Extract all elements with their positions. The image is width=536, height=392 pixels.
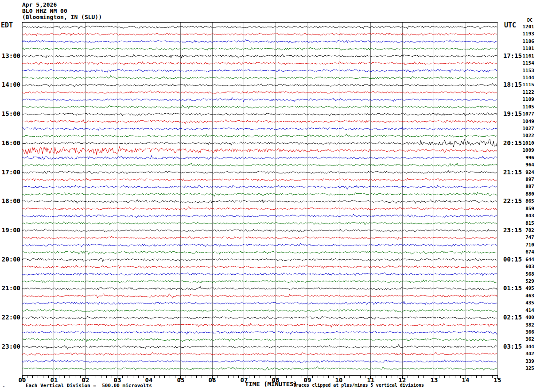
trace-row-11 [22,105,497,108]
trace-row-22 [22,185,497,189]
dc-value: 1115 [512,82,534,88]
dc-value: 529 [512,279,534,284]
dc-value: 568 [512,272,534,277]
scale-note: Each Vertical Division = 500.00 microvol… [26,383,152,388]
edt-time-label: 18:00 [0,198,20,204]
trace-row-33 [22,265,497,269]
trace-row-25 [22,207,497,210]
trace-row-12 [22,113,497,116]
dc-value: 1144 [512,75,534,81]
dc-value: 603 [512,264,534,269]
dc-value: 1181 [512,46,534,51]
trace-row-36 [22,286,497,290]
dc-value: 859 [512,206,534,211]
trace-row-0 [22,26,497,30]
trace-row-31 [22,251,497,254]
dc-value: 339 [512,359,534,364]
dc-value: 463 [512,293,534,299]
clip-note: Traces clipped at plus/minus 5 vertical … [293,383,424,388]
dc-value: 887 [512,184,534,189]
edt-time-label: 17:00 [0,169,20,176]
x-axis-title: TIME (MINUTES) [245,381,297,388]
heliplot-page: Apr 5,2026 BLO HHZ NM 00 (Bloomington, I… [0,0,536,392]
dc-value: 897 [512,177,534,182]
dc-value: 382 [512,323,534,328]
dc-value: 1161 [512,54,534,59]
dc-value: 1153 [512,68,534,73]
trace-row-40 [22,316,497,320]
dc-value: 1009 [512,148,534,153]
edt-time-label: 23:00 [0,343,20,350]
trace-row-28 [22,229,497,232]
trace-row-15 [22,134,497,138]
x-tick-label: 14 [459,377,472,384]
trace-row-9 [22,91,497,94]
trace-row-16 [22,139,497,147]
dc-value: 1109 [512,97,534,102]
dc-value: 362 [512,337,534,342]
x-tick-label: 15 [491,377,504,384]
trace-row-34 [22,273,497,276]
trace-row-45 [22,352,497,355]
trace-row-38 [22,301,497,304]
dc-value: 1022 [512,133,534,138]
dc-value: 344 [512,344,534,350]
dc-value: 880 [512,192,534,197]
dc-value: 843 [512,213,534,219]
x-tick-label: 06 [206,377,219,384]
trace-row-5 [22,61,497,65]
trace-row-20 [22,170,497,173]
dc-value: 1077 [512,111,534,117]
trace-row-18 [22,155,497,159]
dc-value: 1122 [512,90,534,95]
dc-value: 815 [512,221,534,226]
dc-value: 964 [512,162,534,168]
dc-value: 996 [512,155,534,161]
dc-value: 782 [512,228,534,233]
edt-time-label: 15:00 [0,111,20,117]
dc-value: 1154 [512,61,534,66]
dc-value: 1049 [512,119,534,124]
trace-row-37 [22,294,497,299]
trace-row-10 [22,97,497,102]
trace-row-24 [22,200,497,204]
trace-row-14 [22,127,497,131]
dc-value: 1186 [512,39,534,44]
trace-row-29 [22,236,497,240]
trace-row-47 [22,366,497,370]
dc-value: 1027 [512,126,534,131]
trace-row-35 [22,280,497,283]
dc-value: 924 [512,170,534,175]
edt-time-label: 21:00 [0,285,20,292]
dc-value: 644 [512,257,534,262]
edt-time-label: 22:00 [0,314,20,321]
edt-time-label: 20:00 [0,256,20,263]
edt-time-label: 14:00 [0,81,20,88]
dc-value: 1193 [512,31,534,37]
edt-time-label: 19:00 [0,227,20,234]
edt-time-label: 16:00 [0,140,20,146]
seismogram-plot [0,0,536,392]
trace-row-4 [22,54,497,58]
dc-value: 710 [512,242,534,248]
trace-row-27 [22,222,497,225]
x-tick-label: 13 [427,377,441,384]
trace-row-43 [22,338,497,342]
dc-value: 414 [512,308,534,313]
trace-row-1 [22,33,497,36]
x-tick-label: 05 [174,377,187,384]
trace-row-32 [22,258,497,262]
dc-value: 674 [512,250,534,255]
trace-row-3 [22,47,497,50]
dc-value: 325 [512,366,534,371]
trace-row-6 [22,69,497,73]
trace-row-30 [22,243,497,247]
trace-row-46 [22,360,497,363]
trace-row-39 [22,309,497,312]
edt-time-label: 13:00 [0,53,20,59]
dc-value: 400 [512,315,534,320]
trace-row-41 [22,323,497,327]
trace-row-19 [22,163,497,166]
logo-mark: ₘ [3,384,5,388]
trace-row-23 [22,192,497,196]
